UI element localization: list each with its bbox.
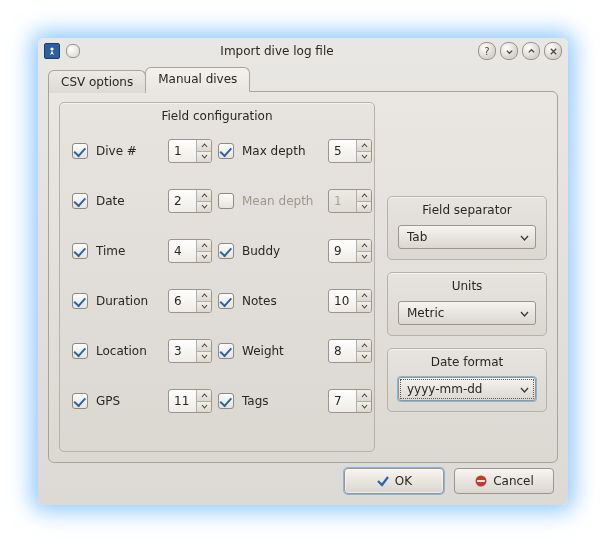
tab-csv-options[interactable]: CSV options xyxy=(48,70,146,93)
weight-spinbox[interactable]: 8 xyxy=(328,339,372,363)
time-label: Time xyxy=(96,244,162,258)
notes-label: Notes xyxy=(242,294,322,308)
spin-up-icon xyxy=(357,190,371,202)
max-depth-label: Max depth xyxy=(242,144,322,158)
dive-checkbox[interactable] xyxy=(72,143,88,159)
location-checkbox[interactable] xyxy=(72,343,88,359)
gps-checkbox[interactable] xyxy=(72,393,88,409)
field-configuration-title: Field configuration xyxy=(60,103,374,125)
duration-label: Duration xyxy=(96,294,162,308)
ok-label: OK xyxy=(395,474,412,488)
mean-depth-spinbox: 1 xyxy=(328,189,372,213)
spin-up-icon[interactable] xyxy=(357,290,371,302)
date-format-combo[interactable]: yyyy-mm-dd xyxy=(398,377,536,401)
mean-depth-value: 1 xyxy=(329,190,356,212)
tags-label: Tags xyxy=(242,394,322,408)
mean-depth-label: Mean depth xyxy=(242,194,322,208)
tab-bar: CSV options Manual dives xyxy=(48,68,558,92)
location-label: Location xyxy=(96,344,162,358)
max-depth-checkbox[interactable] xyxy=(218,143,234,159)
date-format-title: Date format xyxy=(388,349,546,371)
minimize-button[interactable] xyxy=(500,42,518,60)
notes-spinbox[interactable]: 10 xyxy=(328,289,372,313)
units-combo[interactable]: Metric xyxy=(398,301,536,325)
spin-up-icon[interactable] xyxy=(357,340,371,352)
mean-depth-checkbox[interactable] xyxy=(218,193,234,209)
spin-down-icon[interactable] xyxy=(197,352,211,363)
spin-up-icon[interactable] xyxy=(197,190,211,202)
max-depth-value: 5 xyxy=(329,140,356,162)
spin-up-icon[interactable] xyxy=(357,140,371,152)
time-checkbox[interactable] xyxy=(72,243,88,259)
svg-rect-2 xyxy=(477,480,485,482)
date-checkbox[interactable] xyxy=(72,193,88,209)
spin-down-icon[interactable] xyxy=(357,352,371,363)
spin-down-icon[interactable] xyxy=(197,252,211,263)
tab-manual-dives[interactable]: Manual dives xyxy=(145,67,250,92)
gps-label: GPS xyxy=(96,394,162,408)
cancel-button[interactable]: Cancel xyxy=(454,468,554,494)
spin-down-icon[interactable] xyxy=(357,302,371,313)
date-format-value: yyyy-mm-dd xyxy=(407,382,482,396)
svg-point-0 xyxy=(50,47,53,50)
spin-down-icon[interactable] xyxy=(197,202,211,213)
pin-icon[interactable] xyxy=(66,44,80,58)
date-spinbox[interactable]: 2 xyxy=(168,189,212,213)
ok-button[interactable]: OK xyxy=(344,468,444,494)
help-button[interactable]: ? xyxy=(478,42,496,60)
units-group: Units Metric xyxy=(387,272,547,336)
field-separator-group: Field separator Tab xyxy=(387,196,547,260)
spin-down-icon[interactable] xyxy=(197,152,211,163)
cancel-label: Cancel xyxy=(493,474,534,488)
spin-down-icon[interactable] xyxy=(197,402,211,413)
date-label: Date xyxy=(96,194,162,208)
app-icon xyxy=(44,43,60,59)
spin-up-icon[interactable] xyxy=(357,390,371,402)
weight-checkbox[interactable] xyxy=(218,343,234,359)
chevron-down-icon xyxy=(520,230,529,244)
gps-spinbox[interactable]: 11 xyxy=(168,389,212,413)
weight-label: Weight xyxy=(242,344,322,358)
gps-value: 11 xyxy=(169,390,196,412)
dive-spinbox[interactable]: 1 xyxy=(168,139,212,163)
spin-down-icon[interactable] xyxy=(357,402,371,413)
spin-down-icon[interactable] xyxy=(197,302,211,313)
notes-value: 10 xyxy=(329,290,356,312)
weight-value: 8 xyxy=(329,340,356,362)
spin-down-icon[interactable] xyxy=(357,252,371,263)
field-configuration-group: Field configuration Dive # 1 Max depth 5… xyxy=(59,102,375,452)
spin-up-icon[interactable] xyxy=(357,240,371,252)
buddy-checkbox[interactable] xyxy=(218,243,234,259)
date-format-group: Date format yyyy-mm-dd xyxy=(387,348,547,412)
time-spinbox[interactable]: 4 xyxy=(168,239,212,263)
spin-up-icon[interactable] xyxy=(197,290,211,302)
tags-value: 7 xyxy=(329,390,356,412)
dive-value: 1 xyxy=(169,140,196,162)
spin-up-icon[interactable] xyxy=(197,140,211,152)
field-separator-title: Field separator xyxy=(388,197,546,219)
tags-checkbox[interactable] xyxy=(218,393,234,409)
spin-up-icon[interactable] xyxy=(197,240,211,252)
chevron-down-icon xyxy=(520,306,529,320)
chevron-down-icon xyxy=(520,382,529,396)
field-separator-combo[interactable]: Tab xyxy=(398,225,536,249)
titlebar: Import dive log file ? xyxy=(38,38,568,64)
time-value: 4 xyxy=(169,240,196,262)
tags-spinbox[interactable]: 7 xyxy=(328,389,372,413)
duration-spinbox[interactable]: 6 xyxy=(168,289,212,313)
close-button[interactable] xyxy=(544,42,562,60)
spin-down-icon[interactable] xyxy=(357,152,371,163)
max-depth-spinbox[interactable]: 5 xyxy=(328,139,372,163)
tab-page-manual: Field configuration Dive # 1 Max depth 5… xyxy=(48,91,558,463)
notes-checkbox[interactable] xyxy=(218,293,234,309)
duration-checkbox[interactable] xyxy=(72,293,88,309)
check-icon xyxy=(376,474,390,488)
spin-up-icon[interactable] xyxy=(197,390,211,402)
maximize-button[interactable] xyxy=(522,42,540,60)
duration-value: 6 xyxy=(169,290,196,312)
dive-label: Dive # xyxy=(96,144,162,158)
buddy-spinbox[interactable]: 9 xyxy=(328,239,372,263)
location-spinbox[interactable]: 3 xyxy=(168,339,212,363)
date-value: 2 xyxy=(169,190,196,212)
spin-up-icon[interactable] xyxy=(197,340,211,352)
